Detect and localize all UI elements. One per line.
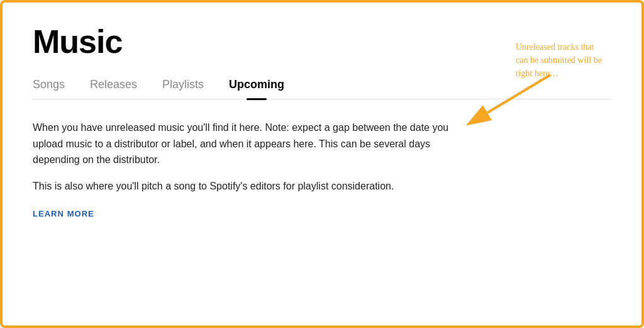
tab-releases[interactable]: Releases — [90, 78, 137, 99]
body-paragraph-2: This is also where you'll pitch a song t… — [33, 178, 460, 195]
annotation-text: Unreleased tracks that can be submitted … — [516, 40, 616, 80]
body-paragraph-1: When you have unreleased music you'll fi… — [33, 120, 460, 168]
tabs-row: Songs Releases Playlists Upcoming — [33, 78, 611, 99]
tab-playlists[interactable]: Playlists — [162, 78, 204, 99]
main-content: Music Songs Releases Playlists Upcoming … — [3, 3, 641, 239]
learn-more-link[interactable]: LEARN MORE — [33, 209, 94, 218]
page-frame: Music Songs Releases Playlists Upcoming … — [0, 0, 644, 328]
tab-upcoming[interactable]: Upcoming — [229, 78, 284, 99]
tab-songs[interactable]: Songs — [33, 78, 65, 99]
